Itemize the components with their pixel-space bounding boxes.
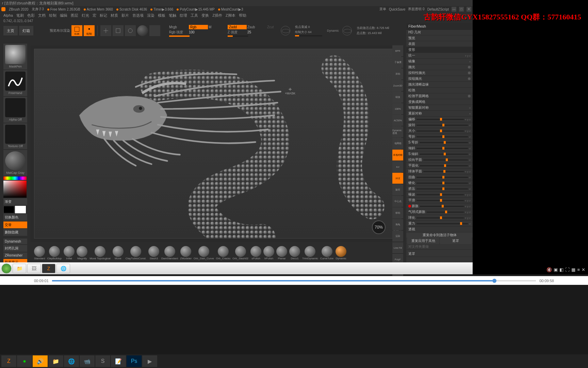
menu-item[interactable]: 变换: [201, 13, 209, 18]
brush-trimdynamic[interactable]: TrimDynamic: [302, 246, 318, 260]
tray-icon[interactable]: ▣: [554, 267, 558, 272]
size-row[interactable]: 大小x y z: [406, 128, 473, 134]
extra-button[interactable]: [149, 25, 160, 36]
brush-deco1[interactable]: Deco1: [289, 246, 300, 260]
polish-row[interactable]: 抛光: [406, 64, 473, 70]
folder-repeat[interactable]: 对文件夹重做: [406, 244, 473, 250]
menu-item[interactable]: 灯光: [82, 13, 89, 18]
smooth-row[interactable]: 平滑x y z: [406, 198, 473, 203]
menu-item[interactable]: Alpha: [3, 13, 13, 17]
move-gizmo-button[interactable]: [100, 25, 111, 36]
menu-item[interactable]: 影片: [121, 13, 129, 18]
right-tool--[interactable]: 移动: [392, 208, 403, 218]
resym-row[interactable]: 重新对称x: [406, 111, 473, 117]
menu-item[interactable]: 色彩: [27, 13, 35, 18]
lightbox-button[interactable]: 灯箱: [19, 26, 33, 35]
tray-icon[interactable]: ≡: [577, 267, 580, 272]
perspective-row[interactable]: 透视: [406, 227, 473, 232]
rgb-intensity-slider[interactable]: [169, 35, 190, 37]
notes-app-icon[interactable]: 📝: [111, 355, 126, 367]
brush-orb_cracks[interactable]: Orb_Cracks: [216, 246, 231, 260]
menu-item[interactable]: Z脚本: [226, 13, 235, 18]
volume-app-icon[interactable]: 🔊: [33, 355, 48, 367]
polish-group-row[interactable]: 按组抛光: [406, 76, 473, 82]
brush-claytubesconst.[interactable]: ClayTubesConst.: [126, 246, 146, 260]
m-button[interactable]: M: [209, 25, 215, 29]
mirror-row[interactable]: 镜像x: [406, 59, 473, 64]
brush-inflat[interactable]: Inflat: [64, 246, 75, 260]
taper-row[interactable]: 锥化z: [406, 180, 473, 186]
gravity-row[interactable]: 重力z: [406, 221, 473, 227]
rotate-gizmo-button[interactable]: [125, 25, 136, 36]
sbend-row[interactable]: S 弯折z: [406, 140, 473, 145]
brush-dynamic[interactable]: Dynamic: [336, 246, 346, 260]
photoshop-app-icon[interactable]: Ps: [127, 355, 142, 367]
squeeze-row[interactable]: 挤压z: [406, 186, 473, 192]
zcut-button[interactable]: Zcut: [267, 25, 277, 29]
right-tool-dynamic-[interactable]: Dynamic 透视: [392, 126, 403, 137]
player-app-icon[interactable]: ▶: [142, 355, 157, 367]
brush-planar[interactable]: Planar: [276, 246, 287, 260]
focal-gyro-icon[interactable]: [281, 26, 290, 35]
noise-row[interactable]: 噪波x y z: [406, 192, 473, 198]
rotate-row[interactable]: 旋转z: [406, 122, 473, 128]
tray-icon[interactable]: ⛶: [565, 267, 570, 272]
switch-color-button[interactable]: 切换颜色: [3, 214, 27, 221]
menu-item[interactable]: 工具: [191, 13, 198, 18]
dynamesh-button[interactable]: Dynamesh: [3, 239, 27, 244]
mask-button[interactable]: 遮罩: [440, 238, 472, 244]
browser-app-icon[interactable]: 🌐: [64, 355, 79, 367]
zremesher-button[interactable]: ZRemesher: [3, 252, 27, 258]
right-tool-a-z[interactable]: a-z: [392, 161, 403, 172]
material-selector[interactable]: MatCap Gray: [3, 150, 27, 176]
radial-flat-row[interactable]: 径向平面z: [406, 157, 473, 163]
brush-spolish[interactable]: sPolish: [250, 246, 261, 260]
seek-bar[interactable]: [52, 280, 536, 281]
secondary-color-swatch[interactable]: [15, 206, 26, 213]
menu-item[interactable]: 图层: [71, 13, 78, 18]
rgb-button[interactable]: Rgb: [189, 25, 208, 29]
brush-move topological[interactable]: Move Topological: [89, 246, 111, 260]
menu-item[interactable]: 首选项: [132, 13, 144, 18]
quicksave-button[interactable]: QuickSave: [389, 7, 405, 11]
right-tool--[interactable]: 地网格: [392, 138, 403, 149]
color-picker[interactable]: [3, 181, 27, 198]
rgb-intensity-value[interactable]: 100: [189, 30, 195, 34]
right-tool--[interactable]: 滚动: [392, 68, 403, 79]
brush-orb_slash02[interactable]: Orb_Slash02: [232, 246, 248, 260]
texture-selector[interactable]: Texture Off: [3, 123, 27, 149]
relax-grid-row[interactable]: 松弛平面网格: [406, 93, 473, 99]
pictures-button[interactable]: 🖼: [27, 264, 41, 273]
sphere-flat-row[interactable]: 球体平面x y z: [406, 169, 473, 174]
home-button[interactable]: 主页: [3, 26, 18, 35]
color-hue-strip[interactable]: [3, 177, 27, 180]
to-grid-row[interactable]: 变换成网格: [406, 99, 473, 105]
preview-section[interactable]: 预览: [406, 35, 473, 41]
draw-mode-button[interactable]: 绘制: [84, 25, 95, 36]
edit-mode-button[interactable]: Edit: [71, 25, 82, 36]
brush-standard[interactable]: Standard: [34, 246, 45, 260]
polish-edge-row[interactable]: 抛光清晰边缘: [406, 82, 473, 88]
polish-feat-row[interactable]: 按特性抛光: [406, 70, 473, 76]
viewport[interactable]: ✛ +MASK 70% 0K/s 0K/s 注销: [31, 45, 405, 242]
menu-item[interactable]: 绘制: [49, 13, 56, 18]
main-color-swatch[interactable]: [3, 206, 14, 213]
right-tool-100-[interactable]: 100%: [392, 103, 403, 114]
alternate-button[interactable]: 交替: [3, 221, 27, 228]
zadd-button[interactable]: Zadd: [228, 25, 247, 29]
mask-section[interactable]: 遮罩: [406, 251, 473, 257]
spherize-row[interactable]: 球化x y z: [406, 215, 473, 221]
right-tool-bpr[interactable]: BPR: [392, 45, 403, 56]
gradient-button[interactable]: 渐变: [3, 198, 27, 205]
repeat-active-button[interactable]: 重复命令到激活子物体: [406, 232, 473, 238]
explorer-app-icon[interactable]: 📁: [48, 355, 63, 367]
brush-damstandard[interactable]: DamStandard: [161, 246, 178, 260]
menu-item[interactable]: 帮助: [239, 13, 246, 18]
right-tool-zoom3d[interactable]: Zoom3D: [392, 80, 403, 91]
right-tool--[interactable]: 本地对称: [392, 150, 403, 160]
wechat-app-icon[interactable]: ●: [17, 355, 32, 367]
hd-geometry[interactable]: HD 几何: [406, 30, 473, 35]
flatten-row[interactable]: 平面化z: [406, 163, 473, 169]
right-tool--[interactable]: 旋转: [392, 184, 403, 195]
twist-row[interactable]: 扭曲z: [406, 174, 473, 180]
